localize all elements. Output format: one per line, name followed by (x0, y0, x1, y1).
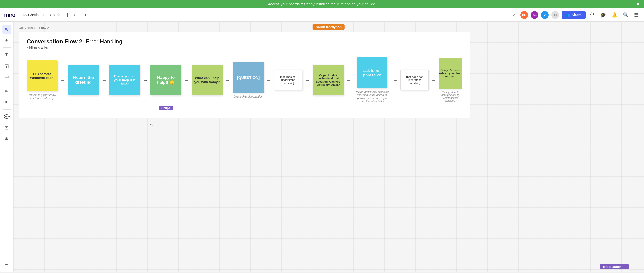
banner-text-after: on your device. (351, 2, 376, 6)
node-happy-to-help: Happy to help!! 🙂 Shilpa (150, 65, 181, 95)
flow-diagram: Hi <name>!Welcome back! Remember, you "k… (27, 57, 462, 103)
arrow-5: → (223, 77, 233, 83)
notification-icon[interactable]: 🔔 (610, 11, 619, 19)
toolbar-separator-2 (3, 84, 11, 84)
sarah-kordyban-label: Sarah Kordyban (313, 24, 345, 30)
flow-title: Conversation Flow 2: Error Handling (27, 38, 462, 45)
sticky-welcome[interactable]: Hi <name>!Welcome back! (27, 60, 58, 91)
topbar-right: ⊿ BB AS J +4 👥 Share ⏱ 🎓 🔔 🔍 ☰ (510, 11, 640, 19)
sticky-thank-you[interactable]: Thank you for your help last time! (109, 65, 140, 95)
node-sorry-partial: Sorry, I'm slow today... you plea... re-… (439, 58, 462, 102)
sticky-bot-no-understand-1[interactable]: [bot does not understand question] (274, 70, 302, 90)
rectangle-tool[interactable]: ▭ (2, 72, 11, 81)
node-oops: Oops, I didn't understand that question.… (313, 65, 344, 95)
flow-subtitle: Shilpa & Alissa (27, 46, 462, 50)
banner-text-before: Access your boards faster by (268, 2, 315, 6)
select-tool[interactable]: ↖ (2, 25, 11, 34)
text-tool[interactable]: T (2, 50, 11, 60)
install-banner: Access your boards faster by installing … (0, 0, 644, 8)
toolbar-separator (3, 47, 11, 48)
brad-braun-label: Brad Braun → (600, 264, 629, 269)
node-bot-no-understand-1: [bot does not understand question] (274, 70, 302, 90)
topbar: miro CIS Chatbot Design ☆ ⬆ ↩ ↪ ⊿ BB AS … (0, 8, 644, 22)
node-bot-no-understand-2: [bot does not understand question] (400, 70, 429, 90)
add-tool[interactable]: ⊕ (2, 134, 11, 143)
sticky-sorry[interactable]: Sorry, I'm slow today... you plea... re-… (439, 58, 462, 89)
node-what-can-i-help: What can I help you with today? (192, 65, 223, 95)
board-title: CIS Chatbot Design (21, 13, 55, 17)
banner-link[interactable]: installing the Miro app (316, 2, 351, 6)
arrow-4: → (181, 77, 192, 83)
redo-button[interactable]: ↪ (80, 11, 88, 19)
left-toolbar: ↖ ⊞ T ◱ ▭ ✏ ✒ 💬 ⊠ ⊕ ••• (0, 22, 13, 272)
avatar-as[interactable]: AS (531, 11, 538, 19)
logo: miro (4, 12, 15, 18)
flow-container: Conversation Flow 2: Error Handling Shil… (19, 32, 470, 118)
sticky-question[interactable]: [QUESTION] (233, 62, 264, 93)
flow-title-bold: Conversation Flow 2: (27, 38, 84, 45)
boards-tool[interactable]: ⊞ (2, 36, 11, 45)
share-icon: 👥 (566, 13, 570, 17)
arrow-1: → (58, 77, 68, 83)
toolbar-separator-3 (3, 109, 11, 110)
arrow-2: → (99, 77, 109, 83)
node-return-greeting: Return the greeting (68, 65, 99, 95)
shilpa-label: Shilpa (159, 106, 173, 110)
more-tools[interactable]: ••• (2, 260, 11, 269)
search-icon[interactable]: 🔍 (621, 11, 630, 19)
sticky-rephrase[interactable]: ask to re-phrase 2x (357, 57, 387, 88)
cursor-indicator: ↖ (150, 122, 154, 126)
star-icon[interactable]: ☆ (57, 12, 60, 17)
sticky-return-greeting[interactable]: Return the greeting (68, 65, 99, 95)
main-layout: ↖ ⊞ T ◱ ▭ ✏ ✒ 💬 ⊠ ⊕ ••• Sarah Kordyban C… (0, 22, 644, 272)
arrow-3: → (140, 77, 150, 83)
node-thank-you: Thank you for your help last time! (109, 65, 140, 95)
draw-tool[interactable]: ✒ (2, 98, 11, 107)
flow-title-normal: Error Handling (84, 38, 122, 45)
avatar-bb[interactable]: BB (520, 11, 528, 19)
sticky-oops[interactable]: Oops, I didn't understand that question.… (313, 65, 344, 95)
avatar-plus[interactable]: +4 (551, 11, 559, 19)
node-welcome-label: Remember, you "know"each other already. (28, 93, 57, 100)
node-rephrase: ask to re-phrase 2x Decide how many time… (354, 57, 390, 103)
sticky-bot-no-understand-2[interactable]: [bot does not understand question] (400, 70, 429, 90)
breadcrumb: Conversation Flow 2 (19, 26, 49, 30)
arrow-10: → (429, 77, 439, 83)
timer-icon[interactable]: ⏱ (588, 11, 596, 19)
node-question-label: Leave this placeholder. (234, 95, 263, 98)
banner-close-button[interactable]: ✕ (636, 1, 640, 7)
arrow-7: → (302, 77, 313, 83)
pen-tool[interactable]: ✏ (2, 87, 11, 96)
undo-button[interactable]: ↩ (71, 11, 79, 19)
canvas[interactable]: Sarah Kordyban Conversation Flow 2 Conve… (13, 22, 644, 272)
comments-tool[interactable]: 💬 (2, 112, 11, 122)
share-via-button[interactable]: ⬆ (63, 11, 71, 19)
sticky-happy[interactable]: Happy to help!! 🙂 (150, 65, 181, 95)
node-sorry-label: It's important tobot's personalityway th… (441, 91, 460, 102)
shapes-tool[interactable]: ◱ (2, 61, 11, 70)
node-question: [QUESTION] Leave this placeholder. (233, 62, 264, 98)
sticky-what-can-i-help[interactable]: What can I help you with today? (192, 65, 223, 95)
avatar-j[interactable]: J (541, 11, 549, 19)
share-button[interactable]: 👥 Share (562, 11, 586, 19)
learn-icon[interactable]: 🎓 (599, 11, 607, 19)
arrow-9: → (390, 77, 400, 83)
frames-tool[interactable]: ⊠ (2, 123, 11, 132)
node-rephrase-label: Decide how many times the user should be… (354, 90, 390, 103)
undo-redo-group: ↩ ↪ (71, 11, 88, 19)
node-welcome: Hi <name>!Welcome back! Remember, you "k… (27, 60, 58, 100)
arrow-8: → (344, 77, 354, 83)
menu-icon[interactable]: ☰ (633, 11, 640, 19)
filter-icon[interactable]: ⊿ (510, 11, 518, 19)
arrow-6: → (264, 77, 274, 83)
